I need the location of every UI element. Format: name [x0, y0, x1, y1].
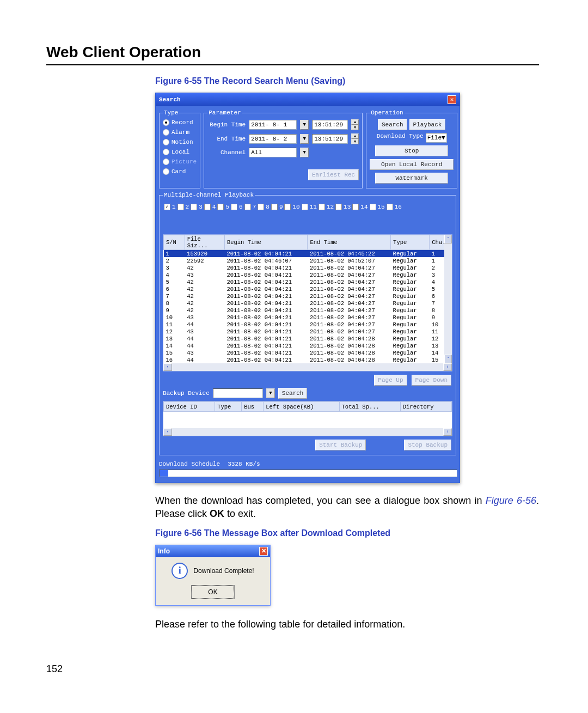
table-row[interactable]: 7422011-08-02 04:04:212011-08-02 04:04:2…	[164, 292, 452, 300]
chevron-down-icon[interactable]: ▼	[300, 134, 309, 144]
col-left[interactable]: Left Space(KB)	[264, 402, 339, 412]
channel-checkbox-14[interactable]	[352, 204, 359, 210]
parameter-legend: Parameter	[207, 109, 242, 116]
col-sn[interactable]: S/N	[164, 235, 185, 250]
chevron-right-icon[interactable]: ›	[443, 428, 452, 436]
figure-caption-56: Figure 6-56 The Message Box after Downlo…	[155, 528, 539, 538]
info-titlebar[interactable]: Info ✕	[156, 545, 270, 557]
table-row[interactable]: 10432011-08-02 04:04:212011-08-02 04:04:…	[164, 314, 452, 321]
vertical-scrollbar[interactable]: ˄˅	[444, 235, 452, 363]
channel-checkbox-1[interactable]	[164, 204, 170, 210]
chevron-down-icon[interactable]: ˅	[444, 355, 452, 363]
search-dialog-titlebar[interactable]: Search ✕	[156, 93, 460, 106]
begin-time-label: Begin Time	[207, 121, 246, 128]
playback-button[interactable]: Playback	[409, 119, 446, 130]
horizontal-scrollbar[interactable]: ‹›	[163, 363, 452, 371]
download-type-select[interactable]: File ▼	[426, 133, 447, 143]
open-local-record-button[interactable]: Open Local Record	[370, 159, 454, 170]
mcp-legend: Multiple-channel Playback	[163, 192, 255, 198]
search-button[interactable]: Search	[378, 119, 407, 130]
stop-button[interactable]: Stop	[375, 145, 448, 156]
channel-label: 16	[395, 204, 402, 210]
download-rate: 3328 KB/s	[228, 461, 260, 467]
channel-label: 3	[199, 204, 203, 210]
chevron-left-icon[interactable]: ‹	[163, 428, 172, 436]
time-spinner[interactable]: ▲▼	[351, 133, 359, 144]
radio-picture: Picture	[163, 159, 197, 165]
channel-checkbox-13[interactable]	[335, 204, 342, 210]
ok-button[interactable]: OK	[192, 586, 234, 599]
channel-checkbox-3[interactable]	[191, 204, 197, 210]
radio-motion[interactable]: Motion	[163, 139, 197, 145]
backup-device-label: Backup Device	[163, 390, 210, 397]
watermark-button[interactable]: Watermark	[375, 173, 448, 184]
begin-time-input[interactable]: 13:51:29	[312, 120, 348, 130]
results-table[interactable]: S/N File Siz... Begin Time End Time Type…	[163, 234, 452, 371]
col-type[interactable]: Type	[391, 235, 430, 250]
radio-record[interactable]: Record	[163, 119, 197, 126]
table-row[interactable]: 2225922011-08-02 04:46:072011-08-02 04:5…	[164, 257, 452, 264]
col-end[interactable]: End Time	[308, 235, 391, 250]
table-row[interactable]: 5422011-08-02 04:04:212011-08-02 04:04:2…	[164, 278, 452, 285]
col-device-id[interactable]: Device ID	[164, 402, 215, 412]
begin-date-input[interactable]: 2011- 8- 1	[249, 120, 297, 130]
channel-checkbox-2[interactable]	[177, 204, 184, 210]
time-spinner[interactable]: ▲▼	[351, 119, 359, 130]
channel-checkbox-8[interactable]	[258, 204, 264, 210]
col-bus[interactable]: Bus	[242, 402, 264, 412]
table-row[interactable]: 12432011-08-02 04:04:212011-08-02 04:04:…	[164, 328, 452, 335]
radio-icon	[163, 119, 169, 126]
chevron-right-icon[interactable]: ›	[443, 363, 452, 371]
channel-select[interactable]: All	[249, 148, 297, 157]
chevron-up-icon[interactable]: ˄	[444, 235, 452, 243]
table-row[interactable]: 11442011-08-02 04:04:212011-08-02 04:04:…	[164, 321, 452, 328]
download-type-label: Download Type	[377, 133, 424, 143]
chevron-down-icon[interactable]: ▼	[266, 388, 275, 398]
channel-checkbox-11[interactable]	[302, 204, 308, 210]
table-row[interactable]: 13442011-08-02 04:04:212011-08-02 04:04:…	[164, 335, 452, 342]
close-icon[interactable]: ✕	[448, 95, 456, 104]
channel-checkbox-12[interactable]	[318, 204, 325, 210]
end-date-input[interactable]: 2011- 8- 2	[249, 134, 297, 144]
table-row[interactable]: 15432011-08-02 04:04:212011-08-02 04:04:…	[164, 349, 452, 356]
backup-device-select[interactable]	[213, 388, 263, 398]
channel-checkbox-15[interactable]	[370, 204, 376, 210]
chevron-down-icon[interactable]: ▼	[300, 148, 309, 157]
channel-checkbox-6[interactable]	[231, 204, 237, 210]
table-row[interactable]: 6422011-08-02 04:04:212011-08-02 04:04:2…	[164, 285, 452, 292]
table-row[interactable]: 3422011-08-02 04:04:212011-08-02 04:04:2…	[164, 264, 452, 271]
table-row[interactable]: 11539202011-08-02 04:04:212011-08-02 04:…	[164, 250, 452, 258]
table-row[interactable]: 8422011-08-02 04:04:212011-08-02 04:04:2…	[164, 300, 452, 307]
start-backup-button: Start Backup	[315, 440, 366, 450]
table-row[interactable]: 4432011-08-02 04:04:212011-08-02 04:04:2…	[164, 271, 452, 278]
table-row[interactable]: 9422011-08-02 04:04:212011-08-02 04:04:2…	[164, 307, 452, 314]
col-directory[interactable]: Directory	[400, 402, 451, 412]
table-row[interactable]: 14442011-08-02 04:04:212011-08-02 04:04:…	[164, 342, 452, 349]
radio-local[interactable]: Local	[163, 149, 197, 155]
channel-label: 13	[344, 204, 351, 210]
end-time-input[interactable]: 13:51:29	[312, 134, 348, 144]
channel-checkbox-4[interactable]	[204, 204, 211, 210]
col-begin[interactable]: Begin Time	[224, 235, 308, 250]
page-up-button: Page Up	[374, 375, 407, 386]
col-total[interactable]: Total Sp...	[339, 402, 400, 412]
channel-checkbox-5[interactable]	[217, 204, 224, 210]
channel-checkbox-16[interactable]	[387, 204, 393, 210]
backup-search-button[interactable]: Search	[278, 388, 308, 399]
backup-device-table[interactable]: Device ID Type Bus Left Space(KB) Total …	[163, 401, 452, 436]
chevron-down-icon[interactable]: ▼	[300, 120, 309, 130]
channel-label: Channel	[207, 149, 246, 156]
close-icon[interactable]: ✕	[259, 547, 268, 556]
radio-card[interactable]: Card	[163, 168, 197, 175]
channel-label: 8	[266, 204, 270, 210]
col-type[interactable]: Type	[215, 402, 242, 412]
channel-label: 10	[292, 204, 299, 210]
table-row[interactable]: 16442011-08-02 04:04:212011-08-02 04:04:…	[164, 356, 452, 363]
chevron-left-icon[interactable]: ‹	[163, 363, 172, 371]
channel-checkbox-9[interactable]	[271, 204, 278, 210]
channel-checkbox-10[interactable]	[284, 204, 291, 210]
col-size[interactable]: File Siz...	[185, 235, 224, 250]
radio-alarm[interactable]: Alarm	[163, 129, 197, 136]
channel-checkbox-7[interactable]	[244, 204, 251, 210]
horizontal-scrollbar[interactable]: ‹›	[163, 428, 452, 436]
